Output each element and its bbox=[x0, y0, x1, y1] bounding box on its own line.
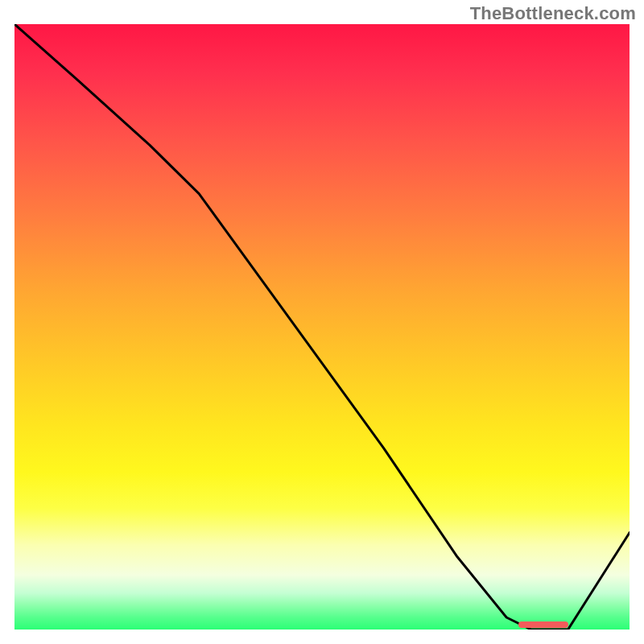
plot-area bbox=[14, 24, 630, 630]
bottleneck-curve bbox=[14, 24, 630, 630]
attribution-text: TheBottleneck.com bbox=[470, 3, 636, 24]
chart-container: TheBottleneck.com bbox=[0, 0, 644, 644]
optimal-range-marker bbox=[518, 621, 568, 628]
curve-path bbox=[14, 24, 630, 630]
